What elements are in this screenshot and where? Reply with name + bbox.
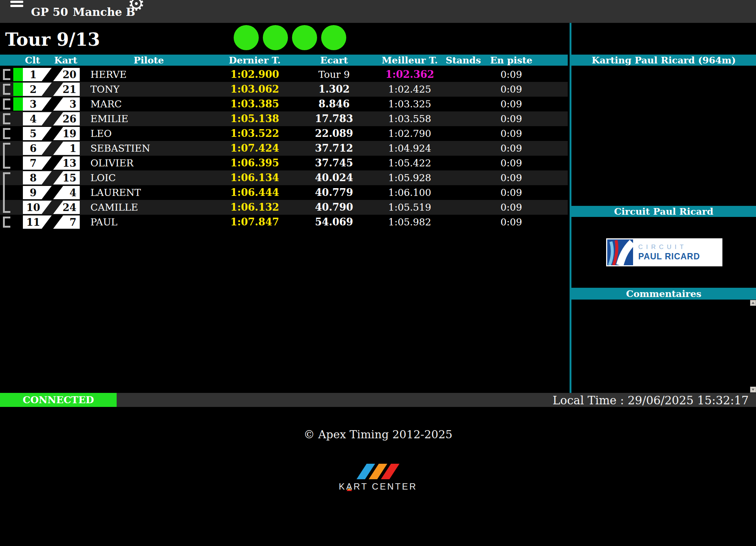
gap-value: 8.846 — [292, 97, 377, 111]
column-header-ecart: Ecart — [292, 55, 377, 66]
driver-row[interactable]: 117PAUL1:07.84754.0691:05.9820:09 — [0, 215, 568, 229]
last-lap-time: 1:03.522 — [218, 126, 292, 141]
driver-row[interactable]: 815LOIC1:06.13440.0241:05.9280:09 — [0, 170, 568, 185]
arrow-up-icon — [752, 302, 755, 304]
on-track-time: 0:09 — [484, 185, 539, 200]
pit-stops — [443, 126, 484, 141]
battle-bracket-icon — [3, 143, 10, 169]
driver-row[interactable]: 33MARC1:03.3858.8461:03.3250:09 — [0, 97, 568, 111]
best-lap-time: 1:02.425 — [377, 82, 443, 97]
position-box: 5 — [23, 127, 52, 140]
kart-box: 21 — [53, 83, 80, 96]
menu-icon[interactable] — [10, 0, 23, 9]
battle-bracket-icon — [3, 217, 10, 228]
pit-stops — [443, 141, 484, 156]
driver-row[interactable]: 120HERVE1:02.900Tour 91:02.3620:09 — [0, 67, 568, 82]
column-header-clt: Clt — [13, 55, 52, 66]
session-title: Manche B — [73, 0, 135, 23]
on-track-time: 0:09 — [484, 126, 539, 141]
settings-gear-icon[interactable]: ⚙ — [128, 0, 145, 13]
battle-gutter — [0, 141, 13, 156]
arrow-down-icon — [752, 388, 755, 391]
row-filler — [539, 141, 568, 156]
row-filler — [539, 185, 568, 200]
kart-center-stripes-icon — [360, 464, 396, 479]
kart-number: 13 — [53, 156, 80, 170]
position-green-marker — [13, 171, 23, 184]
best-lap-time: 1:02.790 — [377, 126, 443, 141]
battle-gutter — [0, 126, 13, 141]
position-box: 6 — [23, 142, 52, 155]
timing-panel: Tour 9/13 CltKartPiloteDernier T.EcartMe… — [0, 23, 568, 393]
pit-stops — [443, 215, 484, 229]
row-filler — [539, 156, 568, 170]
table-header-row: CltKartPiloteDernier T.EcartMeilleur T.S… — [0, 55, 568, 66]
kart-box: 20 — [53, 68, 80, 81]
battle-bracket-icon — [3, 84, 10, 95]
row-filler — [539, 82, 568, 97]
position-cell: 2 — [13, 82, 52, 97]
position-number: 5 — [23, 127, 52, 141]
driver-row[interactable]: 221TONY1:03.0621.3021:02.4250:09 — [0, 82, 568, 97]
driver-row[interactable]: 1024CAMILLE1:06.13240.7901:05.5190:09 — [0, 200, 568, 215]
gap-value: 54.069 — [292, 215, 377, 229]
position-number: 7 — [23, 156, 52, 170]
battle-bracket-icon — [3, 69, 10, 80]
position-box: 3 — [23, 97, 52, 111]
battle-bracket-icon — [3, 128, 10, 139]
position-cell: 11 — [13, 215, 52, 229]
scroll-down-button[interactable] — [750, 387, 756, 393]
position-green-marker — [13, 97, 23, 111]
position-green-marker — [13, 127, 23, 140]
kart-box: 15 — [53, 171, 80, 184]
kart-center-logo: KART CENTER — [0, 481, 756, 492]
position-number: 3 — [23, 97, 52, 111]
on-track-time: 0:09 — [484, 141, 539, 156]
column-header-pilote: Pilote — [80, 55, 218, 66]
position-number: 10 — [23, 201, 52, 214]
best-lap-time: 1:05.422 — [377, 156, 443, 170]
header-filler — [539, 55, 568, 66]
gap-value: 40.779 — [292, 185, 377, 200]
gap-value: Tour 9 — [292, 67, 377, 82]
kart-box: 24 — [53, 201, 80, 214]
position-green-marker — [13, 112, 23, 125]
position-number: 4 — [23, 112, 52, 126]
event-title: GP 50 — [31, 0, 68, 23]
start-light — [263, 25, 288, 50]
status-bar: CONNECTED Local Time : 29/06/2025 15:32:… — [0, 393, 756, 407]
battle-gutter — [0, 111, 13, 126]
position-cell: 4 — [13, 111, 52, 126]
comments-scrollbar[interactable] — [750, 300, 756, 393]
last-lap-time: 1:02.900 — [218, 67, 292, 82]
driver-row[interactable]: 426EMILIE1:05.13817.7831:03.5580:09 — [0, 111, 568, 126]
best-lap-time: 1:06.100 — [377, 185, 443, 200]
driver-row[interactable]: 94LAURENT1:06.44440.7791:06.1000:09 — [0, 185, 568, 200]
last-lap-time: 1:03.062 — [218, 82, 292, 97]
battle-gutter — [0, 97, 13, 111]
driver-row[interactable]: 519LEO1:03.52222.0891:02.7900:09 — [0, 126, 568, 141]
gap-value: 17.783 — [292, 111, 377, 126]
kart-number: 7 — [53, 215, 80, 229]
position-number: 8 — [23, 171, 52, 185]
column-header-dernier-t: Dernier T. — [218, 55, 292, 66]
position-box: 11 — [23, 215, 52, 229]
position-green-marker — [13, 142, 23, 155]
kart-box: 26 — [53, 112, 80, 125]
row-filler — [539, 215, 568, 229]
gap-value: 22.089 — [292, 126, 377, 141]
kart-number: 21 — [53, 83, 80, 96]
scroll-up-button[interactable] — [750, 300, 756, 306]
kart-cell: 26 — [52, 111, 80, 126]
column-header-en-piste: En piste — [484, 55, 539, 66]
position-cell: 5 — [13, 126, 52, 141]
kart-cell: 4 — [52, 185, 80, 200]
position-cell: 9 — [13, 185, 52, 200]
circuit-logo-line2: PAUL RICARD — [638, 252, 700, 262]
driver-name: LAURENT — [80, 185, 218, 200]
circuit-road-icon — [607, 239, 633, 265]
kart-number: 1 — [53, 142, 80, 155]
position-box: 2 — [23, 83, 52, 96]
driver-row[interactable]: 61SEBASTIEN1:07.42437.7121:04.9240:09 — [0, 141, 568, 156]
driver-row[interactable]: 713OLIVIER1:06.39537.7451:05.4220:09 — [0, 156, 568, 170]
